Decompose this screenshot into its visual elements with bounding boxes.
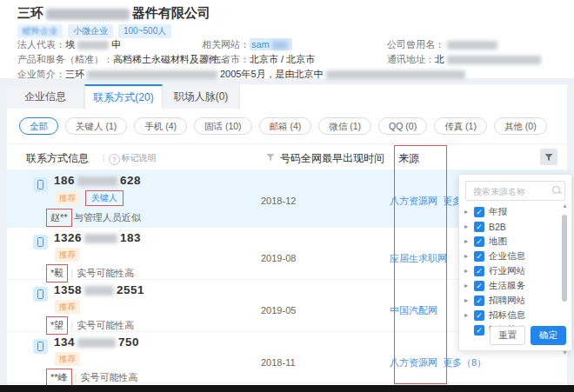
checkbox-checked[interactable]: ✓ <box>474 310 484 321</box>
mobile-phone-icon <box>33 235 48 249</box>
reset-button[interactable]: 重置 <box>490 326 525 345</box>
redacted-number <box>84 286 114 296</box>
phone-number: 134750 <box>54 336 139 349</box>
filter-fax[interactable]: 传真 (1) <box>434 117 487 135</box>
redacted-intro-1 <box>87 70 217 79</box>
company-name-prefix: 三环 <box>17 5 43 20</box>
scroll-down-icon[interactable]: ▼ <box>561 349 569 355</box>
tab-contact-methods[interactable]: 联系方式(20) <box>84 84 163 109</box>
filter-key-person[interactable]: 关键人 (1) <box>65 117 127 135</box>
mobile-phone-icon <box>33 339 48 354</box>
col-source: 来源 <box>398 151 419 166</box>
source-link[interactable]: 应届生求职网 <box>390 252 452 265</box>
mark-explanation[interactable]: |?标记说明 <box>103 152 157 165</box>
contact-name-annotated: 赵** <box>46 209 72 227</box>
contact-name-annotated: **峰 <box>46 369 72 387</box>
contact-filter-funnel-icon[interactable] <box>266 153 275 162</box>
expand-arrow-icon[interactable]: ▸ <box>463 282 470 289</box>
recommend-badge: 推荐 <box>55 300 80 314</box>
source-search-box <box>465 181 565 201</box>
source-search-input[interactable] <box>471 183 551 200</box>
col-earliest-date: 号码全网最早出现时间 <box>280 151 384 166</box>
expand-arrow-icon[interactable]: ▸ <box>463 237 470 245</box>
expand-arrow-icon[interactable]: ▸ <box>463 311 470 319</box>
filter-email[interactable]: 邮箱 (4) <box>259 117 312 135</box>
mobile-phone-icon <box>33 177 48 192</box>
search-icon <box>552 186 560 194</box>
website-link[interactable]: sam <box>250 38 292 50</box>
key-person-badge-annotated: 关键人 <box>85 190 123 206</box>
name-note: 实号可能性高 <box>77 320 134 330</box>
checkbox-checked[interactable]: ✓ <box>474 222 484 232</box>
funnel-icon <box>544 153 553 162</box>
checkbox-checked[interactable]: ✓ <box>474 296 484 306</box>
phone-number: 186628 <box>54 174 141 187</box>
tab-company-info[interactable]: 企业信息 <box>7 84 84 109</box>
expand-arrow-icon[interactable]: ▸ <box>463 223 470 230</box>
redacted-company-name <box>46 9 130 20</box>
checkbox-checked[interactable]: ✓ <box>474 207 484 217</box>
tab-workplace-network[interactable]: 职场人脉(0) <box>163 84 240 109</box>
checkbox-checked[interactable]: ✓ <box>474 325 484 336</box>
earliest-date: 2018-12 <box>261 196 296 206</box>
checkbox-checked[interactable]: ✓ <box>474 281 484 291</box>
field-intro: 企业简介：三环2005年5月，是由北京中 <box>17 68 468 81</box>
phone-number: 1326183 <box>54 231 141 244</box>
filter-landline[interactable]: 固话 (10) <box>194 117 252 135</box>
contact-type-filters: 全部 关键人 (1) 手机 (4) 固话 (10) 邮箱 (4) 微信 (1) … <box>19 117 547 135</box>
scrollbar-thumb[interactable] <box>562 215 567 302</box>
source-category-industry-site[interactable]: ▸✓行业网站 <box>463 263 558 278</box>
expand-arrow-icon[interactable]: ▸ <box>463 208 470 216</box>
phone-number: 13582551 <box>54 283 144 296</box>
source-category-b2b[interactable]: ▸✓B2B <box>463 219 558 234</box>
source-category-annual-report[interactable]: ▸✓年报 <box>463 204 558 219</box>
redacted-website <box>272 41 288 50</box>
mobile-phone-icon <box>33 287 48 302</box>
redacted-former-name <box>447 41 497 50</box>
filter-qq[interactable]: QQ (0) <box>378 117 427 135</box>
bottom-black-bar <box>0 385 574 392</box>
source-link[interactable]: 八方资源网更多（8） <box>390 356 486 369</box>
filter-wechat[interactable]: 微信 (1) <box>318 117 371 135</box>
more-sources-link[interactable]: 更多（8） <box>443 357 486 368</box>
filter-all[interactable]: 全部 <box>19 117 58 135</box>
checkbox-checked[interactable]: ✓ <box>474 251 484 262</box>
recommend-badge: 推荐 <box>55 191 80 205</box>
tab-bar: 企业信息 联系方式(20) 职场人脉(0) <box>7 84 240 109</box>
filter-other[interactable]: 其他 (0) <box>494 117 547 135</box>
field-legal-rep: 法人代表：埃申 <box>17 38 121 51</box>
expand-arrow-icon[interactable]: ▸ <box>463 267 470 275</box>
source-filter-button[interactable] <box>540 149 557 165</box>
company-header-card: 三环器件有限公司 瞪羚企业 小微企业 100~500人 法人代表：埃申 相关网站… <box>0 0 574 78</box>
col-contact-info: 联系方式信息 <box>26 151 89 166</box>
scroll-up-icon[interactable]: ▲ <box>561 203 569 209</box>
checkbox-checked[interactable]: ✓ <box>474 266 484 276</box>
source-link[interactable]: 中国汽配网 <box>390 304 443 317</box>
source-category-bid-info[interactable]: ▸✓招标信息 <box>463 308 558 322</box>
panel-scrollbar: ▲ ▼ <box>561 206 569 328</box>
filter-mobile[interactable]: 手机 (4) <box>134 117 187 135</box>
redacted-legal-rep <box>77 41 109 50</box>
company-contact-page: 三环器件有限公司 瞪羚企业 小微企业 100~500人 法人代表：埃申 相关网站… <box>0 0 574 392</box>
earliest-date: 2019-05 <box>261 305 296 316</box>
earliest-date: 2018-11 <box>261 357 296 368</box>
field-address: 通讯地址：北 <box>387 53 544 66</box>
redacted-intro-2 <box>326 70 465 79</box>
confirm-button[interactable]: 确定 <box>531 326 566 345</box>
source-category-company-info[interactable]: ▸✓企业信息 <box>463 249 558 263</box>
table-header: 联系方式信息 |?标记说明 号码全网最早出现时间 来源 <box>7 143 567 171</box>
expand-arrow-icon[interactable]: ▸ <box>463 296 470 304</box>
source-category-map[interactable]: ▸✓地图 <box>463 234 558 249</box>
company-tag-small-enterprise: 小微企业 <box>68 24 113 38</box>
field-website: 相关网站：sam <box>202 38 292 51</box>
field-province: 所在省市：北京市 / 北京市 <box>202 53 315 66</box>
company-tag-staff-size: 100~500人 <box>118 24 171 38</box>
expand-arrow-icon[interactable]: ▸ <box>463 252 470 260</box>
recommend-badge: 推荐 <box>55 248 80 262</box>
source-category-life-service[interactable]: ▸✓生活服务 <box>463 278 558 293</box>
company-title: 三环器件有限公司 <box>17 5 210 22</box>
checkbox-checked[interactable]: ✓ <box>474 236 484 247</box>
source-category-recruit-site[interactable]: ▸✓招聘网站 <box>463 293 558 308</box>
field-products: 产品和服务（精准）：高档稀土永磁材料及器件... <box>17 53 226 66</box>
redacted-number <box>84 234 117 243</box>
